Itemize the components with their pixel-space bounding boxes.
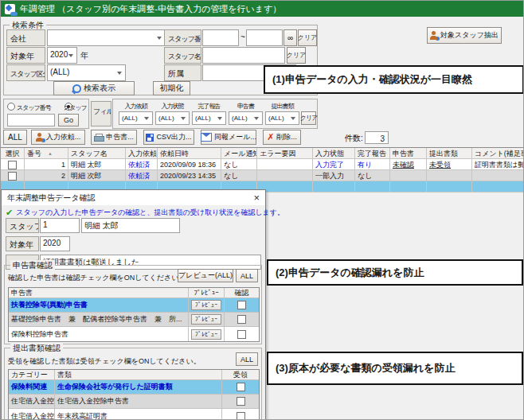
row1-form[interactable]: 未確認 [390,159,427,169]
preview-button[interactable]: ﾌﾟﾚﾋﾞｭｰ [191,329,221,340]
col-select: 選択 [1,148,25,158]
col-form[interactable]: 申告書 [390,148,427,158]
filter-clear-button[interactable]: クリア [301,111,316,125]
form-print-button[interactable]: 申告書... [91,130,137,145]
app-window: 年調管理 （スタッフ別の年末調整-申告書入力の管理を行います） 検索条件 会社 … [0,0,524,420]
row2-docs [427,170,472,181]
col-no[interactable]: 番号▲ [25,148,68,158]
form-row-2[interactable]: 基礎控除申告書 兼 配偶者控除等申告書 兼 所... ﾌﾟﾚﾋﾞｭｰ [9,313,259,327]
csv-export-button[interactable]: CSV出力... [143,130,194,145]
row2-mail: なし [221,170,257,181]
docs-table: カテゴリー 書類 受領 保険料関連 生命保険会社等が発行した証明書類 住宅借入金… [8,369,260,420]
radio-staff-no[interactable] [7,103,15,111]
col-receive: 受領 [222,370,259,379]
floppy-disk-icon [146,134,154,142]
docs-row-3[interactable]: 住宅借入金控除 年末残高証明書 [9,409,259,420]
close-icon[interactable]: × [253,192,260,203]
docs-row-2[interactable]: 住宅借入金控除 住宅借入金控除申告書 [9,395,259,409]
table-row-2[interactable]: 2 明細 次郎 依頼済 2020/09/23 14:35 なし 一部入力 なし [1,170,524,181]
col-confirm: 確認 [225,288,259,298]
row1-select-checkbox[interactable] [8,161,17,169]
search-icon [72,84,81,93]
row1-mail: なし [221,159,257,169]
docs-row-1[interactable]: 保険料関連 生命保険会社等が発行した証明書類 [9,380,259,395]
col-docs[interactable]: 提出書類 [427,148,472,158]
range-infinity-button[interactable]: ∞ [284,29,297,46]
dlg-staff-no: 1 [40,218,80,233]
staff-name-clear-button[interactable]: クリア [287,47,306,64]
title-bar: 年調管理 （スタッフ別の年末調整-申告書入力の管理を行います） [1,1,523,17]
filter-select-report[interactable]: (ALL) [192,111,226,125]
company-select[interactable] [47,29,166,46]
preview-button[interactable]: ﾌﾟﾚﾋﾞｭｰ [191,314,221,325]
docs-confirm-instruction: 受領を確認した書類は受領チェック欄をONしてください。 [8,356,201,367]
reset-button[interactable]: 初期化 [153,81,190,95]
printer-icon [94,134,104,142]
preview-all-button[interactable]: プレビュー(ALL) [178,269,233,282]
col-error[interactable]: エラー要因 [257,148,313,158]
filter-select-docs[interactable]: (ALL) [265,111,299,125]
col-report[interactable]: 完了報告 [355,148,390,158]
filter-header-docs: 提出書類 [265,102,299,111]
dlg-year-label: 対象年 [6,236,39,251]
table-row-1[interactable]: 1 明細 太郎 依頼済 2020/09/09 18:36 なし 入力完了 有り … [1,159,524,170]
input-request-button[interactable]: 入力依頼... [31,130,85,145]
docs-receive-checkbox-2[interactable] [237,397,245,406]
docs-all-button[interactable]: ALL [236,352,258,366]
go-button[interactable]: Go [58,114,79,126]
col-mail-notice[interactable]: メール通知 [221,148,257,158]
docs-confirm-group: 提出書類確認 受領を確認した書類は受領チェック欄をONしてください。 ALL カ… [4,348,262,420]
row2-error [257,170,313,181]
form-row-3[interactable]: 保険料控除申告書 ﾌﾟﾚﾋﾞｭｰ [9,327,259,341]
staff-name-input[interactable] [202,47,285,64]
extract-staff-button[interactable]: 対象スタッフ抽出 [427,27,502,44]
target-year-select[interactable]: 2020 [47,47,77,64]
envelope-icon [201,133,212,142]
filter-select-request[interactable]: (ALL) [119,111,153,125]
table-header-row: 選択 番号▲ スタッフ名 入力依頼 依頼日時 メール通知 エラー要因 入力状態 … [1,148,524,159]
form-table-header: 申告書 ﾌﾟﾚﾋﾞｭｰ 確認 [9,288,259,298]
filter-header-report: 完了報告 [192,102,226,111]
quickfind-input[interactable] [7,114,55,126]
row2-select-checkbox[interactable] [8,172,17,181]
col-request-datetime[interactable]: 依頼日時 [158,148,221,158]
form-all-button[interactable]: ALL [236,269,258,282]
form-confirm-checkbox-1[interactable] [237,301,246,309]
dlg-staff-label: スタッフ [6,218,39,233]
dialog-title-bar: 年末調整申告データ確認 × [2,190,265,205]
app-icon [5,4,15,14]
col-form-name: 申告書 [9,288,189,298]
callout-1: (1)申告データの入力・確認状況が一目瞭然 [264,65,524,94]
row1-docs[interactable]: 未受領 [427,159,472,169]
docs-table-header: カテゴリー 書類 受領 [9,370,259,380]
filter-select-form[interactable]: (ALL) [229,111,263,125]
form-table: 申告書 ﾌﾟﾚﾋﾞｭｰ 確認 扶養控除等(異動)申告書 ﾌﾟﾚﾋﾞｭｰ 基礎控除… [8,287,260,342]
callout-3: (3)原本が必要な書類の受領漏れを防止 [267,352,523,385]
form-confirm-checkbox-2[interactable] [237,315,246,324]
select-all-button[interactable]: ALL [3,130,27,145]
staff-no-from-input[interactable] [202,29,239,46]
col-request[interactable]: 入力依頼 [126,148,158,158]
col-comment[interactable]: コメント(補足事項) [472,148,524,158]
row1-datetime: 2020/09/09 18:36 [158,159,221,169]
delete-button[interactable]: ✗ 削除... [263,130,301,145]
dlg-year-value: 2020 [40,236,70,251]
filter-select-state[interactable]: (ALL) [155,111,190,125]
col-staff-name[interactable]: スタッフ名 [68,148,126,158]
row2-state: 一部入力 [313,170,355,181]
form-confirm-checkbox-3[interactable] [237,330,246,339]
radio-staff-no-label: スタッフ番号 [17,103,51,112]
sort-asc-icon: ▲ [48,151,53,156]
docs-receive-checkbox-3[interactable] [237,412,245,420]
staff-no-to-input[interactable] [246,29,283,46]
staff-class-select[interactable]: (ALL) [47,64,126,81]
filter-header-state: 入力状態 [155,102,190,111]
preview-button[interactable]: ﾌﾟﾚﾋﾞｭｰ [191,300,221,310]
staff-no-clear-button[interactable]: クリア [298,29,317,46]
search-button[interactable]: 検索表示 [53,81,135,95]
count-label: 件数: [345,133,363,144]
form-row-1[interactable]: 扶養控除等(異動)申告書 ﾌﾟﾚﾋﾞｭｰ [9,298,259,313]
col-input-state[interactable]: 入力状態 [313,148,355,158]
broadcast-mail-button[interactable]: 同報メール... [201,130,256,145]
docs-receive-checkbox-1[interactable] [237,383,245,391]
